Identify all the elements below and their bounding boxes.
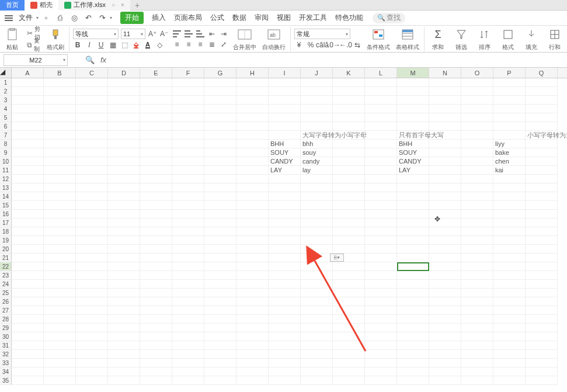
cell-F7[interactable] bbox=[172, 131, 204, 140]
cell-D20[interactable] bbox=[108, 245, 140, 254]
cell-L7[interactable] bbox=[365, 131, 397, 140]
cell-J24[interactable] bbox=[301, 280, 333, 289]
cell-G6[interactable] bbox=[204, 122, 236, 131]
cell-B1[interactable] bbox=[44, 78, 76, 87]
cell-K26[interactable] bbox=[333, 297, 365, 306]
cell-A22[interactable] bbox=[12, 262, 44, 271]
cell-J4[interactable] bbox=[301, 105, 333, 113]
cell-E13[interactable] bbox=[140, 183, 172, 192]
cell-M31[interactable] bbox=[397, 341, 429, 350]
cell-P10[interactable]: chen bbox=[493, 157, 526, 166]
cell-G23[interactable] bbox=[204, 271, 236, 280]
indent-decrease-icon[interactable]: ⇤ bbox=[207, 29, 217, 39]
cell-F30[interactable] bbox=[172, 332, 204, 341]
cell-G35[interactable] bbox=[204, 376, 236, 385]
cell-Q28[interactable] bbox=[526, 315, 558, 324]
ribbon-tab-review[interactable]: 审阅 bbox=[255, 13, 269, 23]
cell-A20[interactable] bbox=[12, 245, 44, 254]
cell-E31[interactable] bbox=[140, 341, 172, 350]
cell-Q19[interactable] bbox=[526, 236, 558, 245]
row-header-4[interactable]: 4 bbox=[0, 105, 12, 113]
cell-H28[interactable] bbox=[236, 315, 269, 324]
cell-B33[interactable] bbox=[44, 359, 76, 367]
cell-N6[interactable] bbox=[429, 122, 461, 131]
cell-G1[interactable] bbox=[204, 78, 236, 87]
cell-K15[interactable] bbox=[333, 201, 365, 210]
cell-L28[interactable] bbox=[365, 315, 397, 324]
cell-A1[interactable] bbox=[12, 78, 44, 87]
cell-H7[interactable] bbox=[236, 131, 269, 140]
cell-G15[interactable] bbox=[204, 201, 236, 210]
cell-P28[interactable] bbox=[493, 315, 526, 324]
cell-N7[interactable] bbox=[429, 131, 461, 140]
cell-O9[interactable] bbox=[461, 148, 493, 157]
cell-F17[interactable] bbox=[172, 218, 204, 227]
cell-Q24[interactable] bbox=[526, 280, 558, 289]
cell-J34[interactable] bbox=[301, 367, 333, 376]
cell-M9[interactable]: SOUY bbox=[397, 148, 429, 157]
cell-C35[interactable] bbox=[76, 376, 108, 385]
currency-icon[interactable]: ¥ bbox=[294, 40, 304, 50]
cell-Q22[interactable] bbox=[526, 262, 558, 271]
cell-N25[interactable] bbox=[429, 289, 461, 297]
row-header-18[interactable]: 18 bbox=[0, 227, 12, 236]
cell-F28[interactable] bbox=[172, 315, 204, 324]
row-header-7[interactable]: 7 bbox=[0, 131, 12, 140]
cell-K29[interactable] bbox=[333, 324, 365, 332]
cell-D26[interactable] bbox=[108, 297, 140, 306]
cell-M13[interactable] bbox=[397, 183, 429, 192]
cell-E20[interactable] bbox=[140, 245, 172, 254]
cell-N21[interactable] bbox=[429, 254, 461, 262]
cell-H8[interactable] bbox=[236, 140, 269, 148]
row-header-31[interactable]: 31 bbox=[0, 341, 12, 350]
comma-icon[interactable]: călă bbox=[318, 40, 327, 50]
cell-D17[interactable] bbox=[108, 218, 140, 227]
row-header-24[interactable]: 24 bbox=[0, 280, 12, 289]
cell-E29[interactable] bbox=[140, 324, 172, 332]
cell-A34[interactable] bbox=[12, 367, 44, 376]
cell-Q21[interactable] bbox=[526, 254, 558, 262]
cell-D31[interactable] bbox=[108, 341, 140, 350]
cell-O17[interactable] bbox=[461, 218, 493, 227]
cell-B26[interactable] bbox=[44, 297, 76, 306]
column-header-M[interactable]: M bbox=[397, 68, 429, 78]
cell-C5[interactable] bbox=[76, 113, 108, 122]
cell-C2[interactable] bbox=[76, 87, 108, 96]
cell-P7[interactable] bbox=[493, 131, 526, 140]
cell-G24[interactable] bbox=[204, 280, 236, 289]
fill-icon[interactable] bbox=[523, 27, 540, 42]
cell-O5[interactable] bbox=[461, 113, 493, 122]
cell-Q25[interactable] bbox=[526, 289, 558, 297]
cell-G4[interactable] bbox=[204, 105, 236, 113]
cell-L1[interactable] bbox=[365, 78, 397, 87]
cell-G5[interactable] bbox=[204, 113, 236, 122]
cell-J8[interactable]: bhh bbox=[301, 140, 333, 148]
cell-B16[interactable] bbox=[44, 210, 76, 218]
cell-Q4[interactable] bbox=[526, 105, 558, 113]
cell-E15[interactable] bbox=[140, 201, 172, 210]
row-header-29[interactable]: 29 bbox=[0, 324, 12, 332]
cell-M32[interactable] bbox=[397, 350, 429, 359]
cell-O22[interactable] bbox=[461, 262, 493, 271]
cell-M33[interactable] bbox=[397, 359, 429, 367]
cell-C15[interactable] bbox=[76, 201, 108, 210]
cell-H15[interactable] bbox=[236, 201, 269, 210]
cell-P34[interactable] bbox=[493, 367, 526, 376]
cell-J18[interactable] bbox=[301, 227, 333, 236]
cell-A7[interactable] bbox=[12, 131, 44, 140]
indent-increase-icon[interactable]: ⇥ bbox=[219, 29, 228, 39]
ribbon-tab-insert[interactable]: 插入 bbox=[152, 13, 166, 23]
cell-O13[interactable] bbox=[461, 183, 493, 192]
cell-J9[interactable]: souy bbox=[301, 148, 333, 157]
cell-I15[interactable] bbox=[269, 201, 301, 210]
cell-B4[interactable] bbox=[44, 105, 76, 113]
rowcol-icon[interactable] bbox=[546, 27, 563, 42]
cell-E10[interactable] bbox=[140, 157, 172, 166]
cell-N9[interactable] bbox=[429, 148, 461, 157]
cell-D24[interactable] bbox=[108, 280, 140, 289]
cell-M1[interactable] bbox=[397, 78, 429, 87]
cell-I19[interactable] bbox=[269, 236, 301, 245]
cell-I2[interactable] bbox=[269, 87, 301, 96]
column-header-D[interactable]: D bbox=[108, 68, 140, 78]
cell-F26[interactable] bbox=[172, 297, 204, 306]
